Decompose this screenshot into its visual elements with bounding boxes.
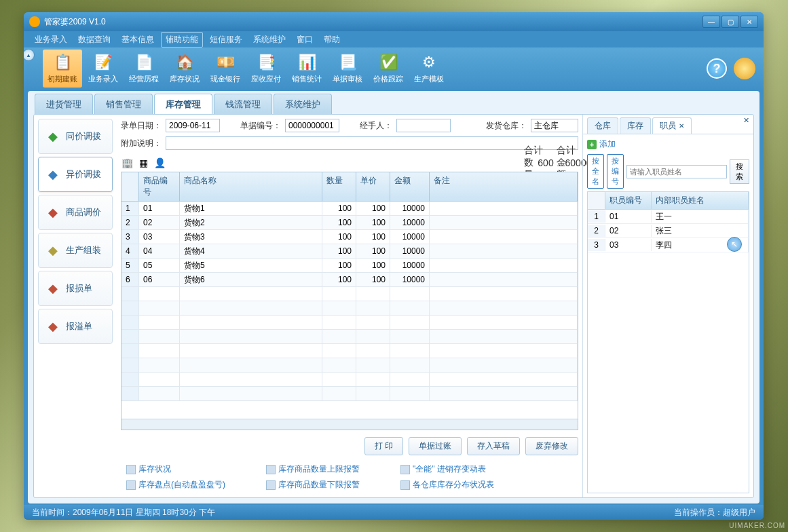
post-button[interactable]: 单据过账 [409,437,462,455]
column-header[interactable]: 职员编号 [605,192,652,209]
print-button[interactable]: 打 印 [364,437,403,455]
toolbar-button[interactable]: 🏠库存状况 [165,50,204,88]
discard-button[interactable]: 废弃修改 [525,437,578,455]
date-input[interactable] [166,119,220,132]
table-row-empty[interactable] [121,301,578,316]
menu-item[interactable]: 短信服务 [206,33,246,47]
toolbar-icon: 📋 [52,53,73,72]
employee-row[interactable]: 101王一 [588,210,749,224]
toolbar-button[interactable]: 📃单据审核 [328,50,367,88]
menu-item[interactable]: 数据查询 [74,33,115,47]
table-row-empty[interactable] [121,287,578,301]
main-tab[interactable]: 销售管理 [94,94,153,115]
table-row-empty[interactable] [121,387,578,401]
menu-item[interactable]: 窗口 [293,33,317,47]
menu-item[interactable]: 系统维护 [249,33,290,47]
warehouse-input[interactable] [531,119,578,132]
table-row-empty[interactable] [121,316,578,330]
toolbar-toggle-icon[interactable]: ▲ [24,49,35,61]
docno-label: 单据编号： [240,120,281,132]
main-tab[interactable]: 库存管理 [154,94,212,115]
toolbar-button[interactable]: ⚙生产模板 [409,50,449,88]
panel-tab[interactable]: 职员✕ [652,117,692,134]
toolbar-icon: 💴 [215,53,236,72]
filter-number-button[interactable]: 按编号 [607,154,624,189]
menu-item[interactable]: 辅助功能 [161,32,203,48]
building-icon[interactable]: 🏢 [121,157,133,169]
table-row-empty[interactable] [121,373,578,387]
toolbar-button[interactable]: 📄经营历程 [124,50,164,88]
column-header[interactable]: 单价 [356,172,390,201]
sidebar-item[interactable]: ◆报损单 [38,271,113,306]
menu-item[interactable]: 基本信息 [117,33,158,47]
column-header[interactable]: 数量 [322,172,356,201]
quick-link[interactable]: 库存盘点(自动盘盈盘亏) [126,479,225,491]
quick-link[interactable]: 各仓库库存分布状况表 [400,479,494,491]
column-header[interactable]: 内部职员姓名 [652,192,749,209]
sidebar-item[interactable]: ◆商品调价 [38,195,113,230]
grid-body[interactable]: 101货物110010010000202货物210010010000303货物3… [121,202,578,419]
quick-link[interactable]: "全能" 进销存变动表 [400,463,494,475]
table-row[interactable]: 505货物510010010000 [121,259,578,273]
table-row-empty[interactable] [121,330,578,344]
main-tab[interactable]: 进货管理 [35,94,93,115]
maximize-button[interactable]: ▢ [721,16,739,28]
table-row-empty[interactable] [121,344,578,358]
help-icon[interactable]: ? [707,58,727,79]
panel-close-icon[interactable]: ✕ [741,116,751,126]
column-header[interactable]: 备注 [430,172,578,201]
column-header[interactable]: 金额 [390,172,430,201]
remark-input[interactable] [166,136,578,150]
main-tab[interactable]: 系统维护 [274,94,332,115]
table-row[interactable]: 202货物210010010000 [121,216,578,230]
toolbar-button[interactable]: 📑应收应付 [246,50,286,88]
minimize-button[interactable]: — [702,16,720,28]
quick-link[interactable]: 库存商品数量下限报警 [266,479,360,491]
column-header[interactable] [121,172,139,201]
close-button[interactable]: ✕ [740,16,758,28]
employee-search-input[interactable] [626,165,727,178]
person-icon[interactable]: 👤 [153,157,166,169]
sidebar-item[interactable]: ◆报溢单 [38,309,113,344]
grid-icon[interactable]: ▦ [137,157,149,169]
table-row-empty[interactable] [121,358,578,373]
filter-fullname-button[interactable]: 按全名 [587,154,604,189]
table-row[interactable]: 404货物410010010000 [121,244,578,259]
toolbar-button[interactable]: 📊销售统计 [287,50,326,88]
toolbar-button[interactable]: 💴现金银行 [206,50,245,88]
toolbar-button[interactable]: ✅价格跟踪 [369,50,408,88]
add-link[interactable]: + 添加 [587,138,749,150]
docno-input[interactable] [285,119,339,132]
employee-grid-body[interactable]: ↖ 101王一202张三303李四 [588,210,749,493]
panel-tab[interactable]: 库存 [620,117,651,134]
sidebar-item[interactable]: ◆生产组装 [38,233,113,268]
employee-row[interactable]: 202张三 [588,224,749,238]
sidebar-icon: ◆ [45,243,60,258]
search-button[interactable]: 搜索 [730,159,749,184]
column-header[interactable] [588,192,605,209]
main-tab[interactable]: 钱流管理 [214,94,272,115]
menu-item[interactable]: 业务录入 [31,33,71,47]
link-icon [126,480,136,490]
sidebar-icon: ◆ [45,167,60,182]
person-input[interactable] [396,119,451,132]
toolbar-button[interactable]: 📋初期建账 [43,50,82,88]
menu-item[interactable]: 帮助 [320,33,344,47]
brand-icon [734,58,755,79]
table-row[interactable]: 303货物310010010000 [121,230,578,244]
draft-button[interactable]: 存入草稿 [467,437,520,455]
table-row[interactable]: 606货物610010010000 [121,273,578,287]
toolbar-icon: ⚙ [419,53,439,72]
quick-link[interactable]: 库存状况 [126,463,225,475]
column-header[interactable]: 商品名称 [180,172,322,201]
toolbar-button[interactable]: 📝业务录入 [83,50,123,88]
table-row[interactable]: 101货物110010010000 [121,202,578,216]
employee-row[interactable]: 303李四 [588,238,749,252]
column-header[interactable]: 商品编号 [139,172,180,201]
sidebar-item[interactable]: ◆同价调拨 [38,119,113,154]
horizontal-scrollbar[interactable] [121,419,578,430]
sidebar-item[interactable]: ◆异价调拨 [38,157,113,192]
panel-tab[interactable]: 仓库 [587,117,618,134]
tab-close-icon[interactable]: ✕ [679,122,684,130]
quick-link[interactable]: 库存商品数量上限报警 [266,463,360,475]
